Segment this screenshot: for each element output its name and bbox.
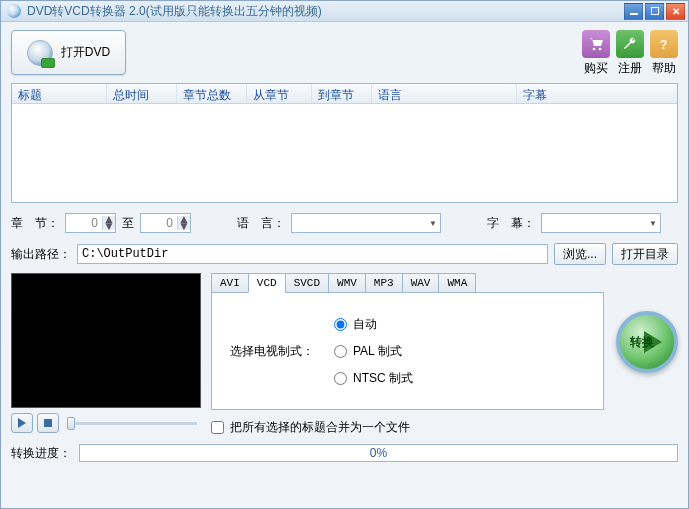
merge-label: 把所有选择的标题合并为一个文件 [230,419,410,436]
preview-pane [11,273,201,408]
chapter-to-label: 至 [122,215,134,232]
tab-wma[interactable]: WMA [438,273,476,292]
grid-header: 标题 总时间 章节总数 从章节 到章节 语言 字幕 [12,84,677,104]
tab-avi[interactable]: AVI [211,273,249,292]
col-sub[interactable]: 字幕 [517,84,677,103]
chapter-from-input[interactable] [66,216,102,230]
svg-rect-3 [44,419,52,427]
chapter-from-spinner[interactable]: ▲▼ [65,213,116,233]
chevron-down-icon: ▼ [649,219,657,228]
radio-auto[interactable] [334,318,347,331]
close-button[interactable]: ✕ [666,3,685,20]
output-path-label: 输出路径： [11,246,71,263]
col-from[interactable]: 从章节 [247,84,312,103]
down-arrow-icon[interactable]: ▼ [178,223,190,230]
svg-point-0 [593,48,596,51]
open-dir-button[interactable]: 打开目录 [612,243,678,265]
maximize-button[interactable] [645,3,664,20]
cart-icon [582,30,610,58]
minimize-button[interactable] [624,3,643,20]
subtitle-label: 字 幕： [487,215,535,232]
chapter-to-spinner[interactable]: ▲▼ [140,213,191,233]
tab-mp3[interactable]: MP3 [365,273,403,292]
window-title: DVD转VCD转换器 2.0(试用版只能转换出五分钟的视频) [27,3,624,20]
radio-ntsc[interactable] [334,372,347,385]
open-dvd-button[interactable]: 打开DVD [11,30,126,75]
language-label: 语 言： [237,215,285,232]
buy-button[interactable]: 购买 [582,30,610,77]
app-icon [7,4,21,18]
wrench-icon [616,30,644,58]
col-title[interactable]: 标题 [12,84,107,103]
progress-label: 转换进度： [11,445,71,462]
slider-thumb[interactable] [67,417,75,430]
col-lang[interactable]: 语言 [372,84,517,103]
dvd-icon [27,40,53,66]
play-button[interactable] [11,413,33,433]
radio-pal[interactable] [334,345,347,358]
tv-system-label: 选择电视制式： [230,343,314,360]
browse-button[interactable]: 浏览... [554,243,606,265]
open-dvd-label: 打开DVD [61,44,110,61]
progress-bar: 0% [79,444,678,462]
help-button[interactable]: ? 帮助 [650,30,678,77]
subtitle-select[interactable]: ▼ [541,213,661,233]
col-to[interactable]: 到章节 [312,84,372,103]
help-icon: ? [650,30,678,58]
chevron-down-icon: ▼ [429,219,437,228]
col-duration[interactable]: 总时间 [107,84,177,103]
output-path-input[interactable] [77,244,548,264]
svg-point-1 [599,48,602,51]
tab-wmv[interactable]: WMV [328,273,366,292]
chapter-label: 章 节： [11,215,59,232]
language-select[interactable]: ▼ [291,213,441,233]
tab-vcd[interactable]: VCD [248,273,286,293]
stop-button[interactable] [37,413,59,433]
tab-wav[interactable]: WAV [402,273,440,292]
col-chapters[interactable]: 章节总数 [177,84,247,103]
down-arrow-icon[interactable]: ▼ [103,223,115,230]
tab-svcd[interactable]: SVCD [285,273,329,292]
svg-text:?: ? [660,38,667,52]
format-tabs: AVI VCD SVCD WMV MP3 WAV WMA [211,273,604,292]
seek-slider[interactable] [67,422,197,425]
merge-checkbox[interactable] [211,421,224,434]
chapter-to-input[interactable] [141,216,177,230]
title-list[interactable]: 标题 总时间 章节总数 从章节 到章节 语言 字幕 [11,83,678,203]
convert-button[interactable]: 转换 [616,311,678,373]
register-button[interactable]: 注册 [616,30,644,77]
settings-panel: 选择电视制式： 自动 PAL 制式 NTSC 制式 [211,292,604,410]
titlebar: DVD转VCD转换器 2.0(试用版只能转换出五分钟的视频) ✕ [1,1,688,22]
